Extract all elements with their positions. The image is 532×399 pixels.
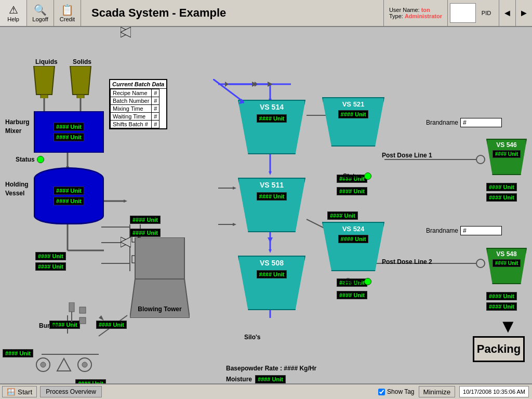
minimize-button[interactable]: Minimize bbox=[419, 386, 456, 397]
svg-rect-52 bbox=[135, 237, 184, 279]
vs546-vessel[interactable]: VS 546 #### Unit bbox=[486, 139, 527, 175]
svg-marker-58 bbox=[57, 358, 71, 371]
vs524-label: VS 524 bbox=[342, 225, 365, 233]
pid-display bbox=[450, 3, 476, 23]
burner-triangle bbox=[56, 357, 72, 374]
recipe-label: Recipe Name bbox=[111, 89, 152, 97]
batch-num-label: Batch Number bbox=[111, 97, 152, 105]
show-tag-checkbox[interactable] bbox=[378, 389, 385, 395]
liquids-label: Liquids bbox=[35, 58, 58, 65]
holding-text2: Vessel bbox=[5, 190, 24, 197]
burner-gear-right bbox=[77, 357, 92, 374]
svg-marker-26 bbox=[233, 223, 236, 226]
pid-button[interactable]: PID bbox=[476, 10, 497, 16]
solids-text: Solids bbox=[73, 58, 91, 65]
svg-marker-48 bbox=[34, 66, 55, 95]
vs548-val3-text: #### Unit bbox=[486, 302, 517, 311]
vs514-value: #### Unit bbox=[257, 114, 287, 123]
logoff-button[interactable]: 🔍 Logoff bbox=[27, 0, 54, 26]
svg-rect-59 bbox=[69, 302, 74, 312]
blowing-tower-label: Blowing Tower bbox=[138, 305, 181, 313]
process-text: Process Overview bbox=[46, 388, 96, 395]
vs521-vessel[interactable]: VS 521 #### Unit bbox=[322, 97, 384, 147]
small-square2 bbox=[79, 317, 86, 326]
vs524-extra-text3: #### Unit bbox=[337, 291, 367, 299]
nav-back-icon: ◄ bbox=[503, 8, 512, 19]
holding-val1: #### Unit bbox=[54, 187, 84, 195]
start-button[interactable]: 🪟 Start bbox=[2, 386, 37, 397]
batch-data: Recipe Name# Batch Number# Mixing Time# … bbox=[110, 89, 159, 128]
user-info: User Name: ton Type: Administrator bbox=[383, 0, 447, 26]
svg-point-44 bbox=[476, 155, 485, 164]
status2-dot bbox=[364, 278, 371, 285]
svg-rect-61 bbox=[79, 307, 86, 313]
burner-label-text: Burner bbox=[39, 322, 59, 329]
svg-rect-62 bbox=[79, 317, 86, 324]
svg-point-57 bbox=[82, 362, 87, 367]
postdose2-label: Post Dose Line 2 bbox=[382, 258, 432, 265]
vs521-label: VS 521 bbox=[342, 100, 365, 108]
harburg-status-dot bbox=[37, 156, 44, 163]
burner-val3-text: #### Unit bbox=[3, 349, 33, 357]
help-icon: ⚠ bbox=[9, 4, 18, 16]
status1-dot bbox=[364, 172, 371, 180]
postdose2-status: Status bbox=[343, 278, 371, 285]
svg-marker-68 bbox=[252, 82, 257, 87]
table-row: Waiting Time# bbox=[111, 113, 159, 121]
credit-button[interactable]: 📋 Credit bbox=[54, 0, 81, 26]
blowing-val4-text: #### Unit bbox=[35, 262, 66, 271]
vs548-label: VS 548 bbox=[496, 250, 516, 258]
inlet-diag bbox=[213, 79, 244, 107]
process-overview-item[interactable]: Process Overview bbox=[40, 386, 102, 397]
postdose1-label: Post Dose Line 1 bbox=[382, 152, 432, 159]
harburg-status: Status bbox=[16, 156, 44, 163]
start-label: Start bbox=[18, 388, 32, 396]
status1-label: Status bbox=[343, 172, 362, 180]
vs508-value: #### Unit bbox=[257, 270, 287, 278]
start-icon: 🪟 bbox=[7, 388, 16, 396]
liquids-text: Liquids bbox=[35, 58, 58, 65]
valve2[interactable] bbox=[121, 27, 131, 39]
packing-button[interactable]: Packing bbox=[473, 336, 525, 362]
harburg-vessel[interactable]: #### Unit #### Unit bbox=[34, 111, 104, 153]
vs548-val2-text: #### Unit bbox=[486, 292, 517, 300]
svg-rect-51 bbox=[77, 95, 84, 98]
vs548-val2-box: #### Unit bbox=[486, 292, 517, 300]
harburg-val1: #### Unit bbox=[54, 123, 84, 131]
basepowder-text: Basepowder Rate : #### Kg/Hr bbox=[226, 365, 316, 372]
vs508-label: VS 508 bbox=[260, 259, 284, 267]
moisture-label: Moisture bbox=[226, 376, 252, 383]
nav-fwd-button[interactable]: ► bbox=[515, 0, 532, 26]
harburg-val2: #### Unit bbox=[54, 133, 84, 141]
vs548-vessel[interactable]: VS 548 #### Unit bbox=[486, 248, 527, 284]
mixing-value: # bbox=[152, 105, 159, 113]
valve1[interactable] bbox=[121, 237, 131, 249]
holding-vessel[interactable]: #### Unit #### Unit bbox=[34, 167, 104, 224]
help-button[interactable]: ⚠ Help bbox=[0, 0, 27, 26]
blowing-val3: #### Unit bbox=[35, 252, 66, 260]
moisture-value: #### Unit bbox=[255, 375, 286, 383]
brandname2-input[interactable] bbox=[460, 226, 502, 235]
postdose2-text: Post Dose Line 2 bbox=[382, 258, 432, 265]
time-display: 10/17/2008 10:35:06 AM bbox=[459, 386, 529, 397]
show-tag-area: Show Tag bbox=[378, 388, 414, 395]
solids-hopper bbox=[68, 66, 94, 100]
vs546-val2-text: #### Unit bbox=[486, 183, 517, 191]
brandname2-row: Brandname bbox=[426, 226, 502, 235]
app-title: Scada System - Example bbox=[81, 0, 383, 26]
vs514-vessel[interactable]: VS 514 #### Unit bbox=[238, 100, 305, 154]
waiting-label: Waiting Time bbox=[111, 113, 152, 121]
blowing-tower-shape[interactable]: Blowing Tower bbox=[130, 237, 190, 318]
vs511-vessel[interactable]: VS 511 #### Unit bbox=[238, 178, 305, 232]
liquids-hopper bbox=[31, 66, 57, 100]
minimize-label: Minimize bbox=[423, 388, 451, 396]
brandname1-input[interactable] bbox=[460, 118, 502, 127]
vs511-value: #### Unit bbox=[257, 192, 287, 201]
vs524-vessel[interactable]: VS 524 #### Unit bbox=[322, 222, 384, 271]
status2-label: Status bbox=[343, 278, 362, 285]
nav-back-button[interactable]: ◄ bbox=[499, 0, 515, 26]
vs546-val3-box: #### Unit bbox=[486, 193, 517, 202]
batch-title: Current Batch Data bbox=[110, 80, 166, 89]
logoff-icon: 🔍 bbox=[34, 4, 47, 16]
vs508-vessel[interactable]: VS 508 #### Unit bbox=[238, 256, 305, 310]
